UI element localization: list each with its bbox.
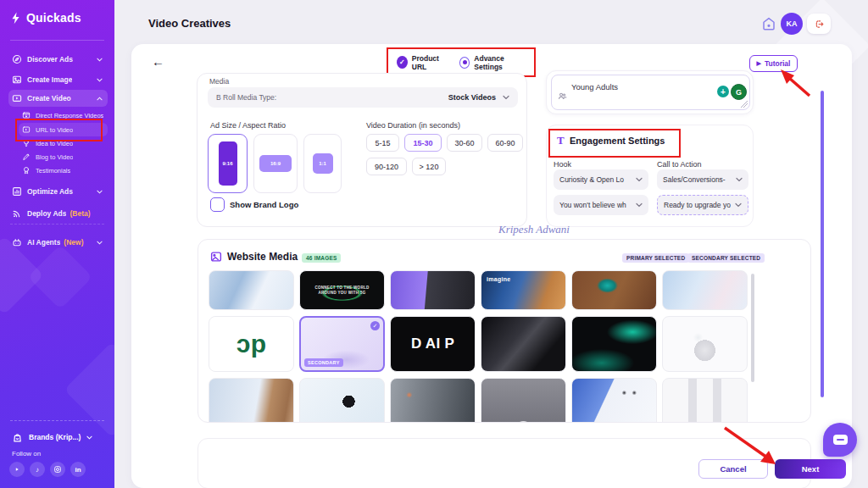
cancel-button[interactable]: Cancel — [698, 459, 768, 479]
linkedin-icon[interactable]: in — [70, 462, 86, 477]
duration-label: Video Duration (in seconds) — [366, 121, 460, 130]
next-button[interactable]: Next — [775, 459, 846, 479]
page-title: Video Creatives — [148, 17, 231, 30]
robot-icon — [12, 237, 22, 247]
cta-select-1[interactable]: Sales/Conversions- — [657, 169, 748, 190]
avatar[interactable]: KA — [781, 13, 803, 35]
play-icon: ▶ — [757, 60, 761, 67]
sidebar-item-optimize-ads[interactable]: Optimize Ads — [8, 183, 108, 200]
sidebar-item-ai-agents[interactable]: AI Agents(New) — [8, 234, 108, 251]
sidebar-item-create-video[interactable]: Create Video — [8, 90, 108, 107]
sidebar-item-blog-to-video[interactable]: Blog to Video — [19, 150, 108, 164]
hook-select-1[interactable]: Curiosity & Open Lo — [554, 169, 648, 190]
sidebar-item-brands[interactable]: Brands (Krip...) — [8, 429, 108, 446]
show-brand-logo-label: Show Brand Logo — [230, 200, 298, 209]
broadcast-icon — [12, 208, 22, 219]
quickads-logo[interactable]: Quickads — [10, 11, 81, 25]
media-tile-purple-phone-split[interactable] — [390, 270, 476, 310]
media-tile-blue-phone-cameras[interactable] — [571, 378, 657, 423]
media-tile-phone-on-desk[interactable] — [571, 270, 657, 310]
website-media-card: Website Media 46 IMAGES PRIMARY SELECTED… — [198, 239, 811, 423]
main-scrollbar[interactable] — [821, 91, 824, 397]
media-tile-ai-caption-banner[interactable]: D AI P — [390, 316, 476, 372]
audience-value: Young Adults — [571, 82, 618, 92]
hook-label: Hook — [554, 160, 571, 169]
chat-widget-button[interactable] — [823, 423, 857, 457]
aspect-1-1-preview: 1:1 — [313, 153, 333, 174]
media-tile-hand-holding-phone[interactable] — [209, 378, 294, 423]
annotation-box-url-to-video — [15, 119, 103, 141]
aspect-ratio-label: Ad Size / Aspect Ratio — [210, 121, 286, 130]
tile-caption: CONNECT TO THE WORLD AROUND YOU WITH 5G — [314, 286, 369, 295]
chevron-down-icon — [636, 202, 643, 208]
media-tile-earbuds-case-white[interactable] — [662, 316, 748, 372]
logout-icon — [814, 19, 825, 30]
step-product-url[interactable]: ✓ Product URL — [397, 54, 449, 71]
secondary-selected-tile-badge: SECONDARY — [304, 358, 343, 367]
media-panel: Media B Roll Media Type: Stock Videos Ad… — [197, 73, 527, 227]
home-button[interactable] — [760, 15, 778, 34]
sidebar-item-deploy-ads[interactable]: Deploy Ads(Beta) — [8, 205, 108, 222]
main-card: ← ✓ Product URL Advance Settings ▶ Tutor… — [131, 44, 852, 488]
hook-select-2[interactable]: You won't believe wh — [554, 195, 648, 215]
tile-caption: imagine — [487, 276, 511, 284]
media-tile-oppo-logo-crop[interactable]: ɔp — [209, 316, 294, 372]
duration-5-15[interactable]: 5-15 — [366, 134, 399, 152]
chevron-down-icon — [736, 177, 743, 182]
media-tile-phone-render-pink[interactable] — [662, 270, 748, 310]
audience-input[interactable]: Young Adults + G — [551, 75, 750, 110]
aspect-option-1-1[interactable]: 1:1 — [303, 134, 342, 193]
tutorial-button[interactable]: ▶ Tutorial — [749, 55, 798, 72]
image-icon — [210, 251, 222, 263]
image-icon — [12, 75, 22, 85]
broll-media-type-select[interactable]: B Roll Media Type: Stock Videos — [208, 87, 518, 108]
media-tile-white-phone-lens[interactable] — [299, 378, 385, 423]
media-tile-earbuds-case-top[interactable] — [481, 378, 566, 423]
sidebar-item-testimonials[interactable]: Testimonials — [19, 164, 108, 177]
aspect-option-9-16[interactable]: 9:16 — [208, 134, 248, 193]
aspect-option-16-9[interactable]: 16:9 — [253, 134, 298, 193]
media-tile-gray-tablet[interactable] — [390, 378, 476, 423]
compass-icon — [12, 54, 22, 64]
cta-select-2[interactable]: Ready to upgrade yo — [657, 195, 748, 215]
youtube-icon[interactable] — [9, 462, 25, 477]
media-tile-imagine-banner[interactable]: imagine — [481, 270, 566, 310]
selected-check-icon: ✓ — [370, 321, 380, 330]
suggestion-bulb-icon[interactable]: + — [717, 86, 729, 97]
chevron-down-icon — [735, 202, 742, 208]
home-icon — [760, 15, 777, 32]
sidebar-item-discover-ads[interactable]: Discover Ads — [8, 51, 108, 68]
duration-15-30[interactable]: 15-30 — [404, 134, 442, 152]
media-tile-usb-cables[interactable] — [662, 378, 748, 423]
instagram-icon[interactable] — [50, 462, 65, 477]
divider — [10, 40, 104, 41]
media-tile-phone-camera-macro[interactable] — [481, 316, 566, 372]
back-button[interactable]: ← — [150, 53, 166, 70]
step-advance-settings[interactable]: Advance Settings — [459, 54, 526, 71]
aspect-16-9-preview: 16:9 — [259, 155, 292, 172]
tile-caption: D AI P — [411, 335, 454, 352]
engagement-card: T Engagement Settings Hook Call to Actio… — [546, 125, 754, 227]
resize-handle[interactable] — [741, 101, 748, 108]
grammarly-icon[interactable]: G — [731, 84, 747, 100]
duration-90-120[interactable]: 90-120 — [366, 158, 407, 175]
duration-over-120[interactable]: > 120 — [412, 158, 446, 175]
show-brand-logo-checkbox[interactable] — [210, 197, 225, 212]
media-tile-teal-wave-dark[interactable] — [571, 316, 657, 372]
chevron-up-icon — [97, 97, 103, 101]
duration-30-60[interactable]: 30-60 — [447, 134, 482, 152]
duration-60-90[interactable]: 60-90 — [487, 134, 523, 152]
media-tile-connect-5g-banner[interactable]: CONNECT TO THE WORLD AROUND YOU WITH 5G — [299, 270, 385, 310]
sidebar-item-create-image[interactable]: Create Image — [8, 71, 108, 88]
chevron-down-icon — [97, 58, 103, 62]
logout-button[interactable] — [807, 14, 831, 34]
engagement-title: Engagement Settings — [570, 136, 665, 146]
grid-scrollbar[interactable] — [751, 274, 754, 382]
divider — [10, 420, 104, 421]
tiktok-icon[interactable]: ♪ — [30, 462, 45, 477]
bag-icon — [12, 432, 23, 443]
sidebar-deco-shape — [64, 341, 114, 437]
media-tile-flip-phone-secondary[interactable]: ✓SECONDARY — [299, 316, 385, 372]
watermark-signature: Kripesh Adwani — [458, 223, 610, 236]
media-tile-phone-render-blue[interactable] — [209, 270, 294, 310]
